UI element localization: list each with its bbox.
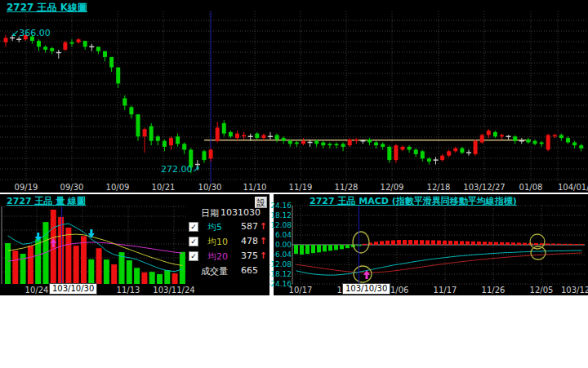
candle-body	[77, 39, 81, 42]
macd-histogram-bar	[305, 245, 310, 254]
candle-body	[447, 151, 451, 155]
candle-body	[460, 149, 464, 153]
up-arrow-marker	[366, 275, 368, 279]
candle-body	[500, 135, 504, 136]
ma-label: 均10	[207, 236, 228, 248]
candle-body	[169, 138, 173, 145]
ma-label: 均20	[207, 251, 228, 263]
settings-button[interactable]: 設	[255, 197, 267, 208]
x-tick-label: 104/01/1	[558, 183, 588, 192]
y-tick-label: -18.12	[268, 270, 292, 278]
date-label: 日期	[201, 207, 219, 219]
macd-histogram-bar	[551, 243, 555, 245]
macd-histogram-bar	[517, 242, 521, 245]
y-tick-label: -6.04	[273, 251, 292, 259]
candle-body	[440, 156, 444, 160]
macd-histogram-bar	[323, 245, 327, 251]
candle-body	[559, 135, 564, 138]
ma-legend-row: ✓均10478↑	[186, 236, 270, 247]
x-tick-label: 12/18	[427, 183, 451, 192]
ma-checkbox[interactable]: ✓	[189, 251, 198, 261]
macd-histogram-bar	[425, 240, 430, 245]
ma-legend-row: ✓均5587↑	[186, 221, 270, 233]
candle-body	[63, 42, 67, 50]
dea-line	[296, 253, 582, 273]
x-tick-label: 11/13	[117, 286, 140, 295]
macd-date-tooltip: 103/10/30	[342, 283, 390, 295]
x-tick-label: 10/30	[198, 183, 222, 192]
candle-body	[321, 143, 325, 146]
volume-bar	[58, 217, 64, 284]
macd-histogram-bar	[340, 245, 344, 249]
up-trend-arrow-icon: ↑	[260, 236, 267, 246]
volume-bar	[134, 268, 140, 284]
candle-body	[203, 151, 207, 160]
candle-body	[216, 127, 220, 140]
volume-title: 2727 王品 量 線圖	[7, 195, 86, 207]
macd-histogram-bar	[380, 241, 384, 245]
macd-histogram-bar	[403, 240, 407, 245]
candle-body	[149, 126, 154, 141]
ma-line	[8, 224, 183, 272]
low-price-value: 272.00	[161, 164, 193, 175]
candle-body	[566, 138, 570, 142]
volume-bar	[88, 259, 94, 284]
candle-body	[540, 143, 544, 144]
macd-histogram-bar	[483, 242, 487, 245]
ma-checkbox[interactable]: ✓	[189, 237, 198, 246]
candle-body	[526, 140, 530, 143]
macd-histogram-bar	[477, 242, 481, 245]
candle-body	[229, 132, 233, 136]
candle-body	[579, 145, 583, 149]
candle-body	[493, 132, 497, 136]
x-tick-label: 11/19	[289, 183, 313, 192]
macd-histogram-bar	[557, 244, 561, 245]
macd-histogram-bar	[420, 240, 424, 245]
x-tick-label: 11/26	[482, 286, 506, 295]
candle-body	[408, 147, 412, 150]
x-tick-label: 12/09	[381, 183, 404, 192]
candle-body	[374, 143, 378, 146]
candle-body	[301, 141, 305, 144]
macd-histogram-bar	[546, 243, 550, 245]
macd-histogram-bar	[460, 241, 464, 245]
up-arrow-marker	[52, 243, 55, 247]
x-tick-label: 11/10	[243, 183, 267, 192]
x-tick-label: 11/17	[434, 286, 457, 295]
volume-bar	[12, 251, 18, 284]
volume-value: 665	[241, 265, 258, 276]
candle-body	[222, 123, 226, 134]
candle-body	[182, 144, 186, 149]
candle-body	[209, 150, 213, 159]
high-price-value: 366.00	[19, 28, 51, 38]
macd-histogram-bar	[385, 241, 390, 245]
ma-label: 均5	[207, 221, 222, 233]
candle-body	[553, 135, 557, 136]
x-tick-label: 01/08	[519, 183, 543, 192]
ma-value: 587	[241, 221, 258, 232]
candle-body	[43, 47, 47, 50]
macd-histogram-bar	[311, 245, 315, 253]
candle-body	[421, 151, 425, 158]
x-tick-label: 10/21	[152, 183, 176, 192]
candle-body	[394, 145, 398, 160]
date-row: 日期 1031030	[186, 207, 270, 219]
x-tick-label: 09/30	[60, 183, 84, 192]
y-tick-label: 12.08	[270, 221, 292, 229]
ma-checkbox[interactable]: ✓	[189, 222, 198, 232]
y-tick-label: 18.12	[270, 211, 292, 219]
y-tick-label: 24.16	[270, 202, 292, 210]
macd-histogram-bar	[511, 242, 515, 245]
volume-chart[interactable]: 10/2411/0411/13103/11/24	[0, 194, 186, 295]
macd-histogram-bar	[568, 244, 572, 245]
x-tick-label: 12/05	[530, 286, 554, 295]
candle-body	[295, 143, 299, 144]
macd-histogram-bar	[523, 243, 527, 245]
kline-chart[interactable]: 09/1909/3010/0910/2110/3011/1011/1911/28…	[0, 0, 588, 193]
candle-body	[314, 141, 318, 144]
candle-body	[368, 140, 372, 143]
macd-histogram-bar	[437, 241, 441, 245]
macd-chart[interactable]: 24.1618.1212.086.040.00-6.04-12.08-18.12…	[274, 194, 588, 295]
down-arrow-marker	[90, 229, 92, 233]
macd-histogram-bar	[391, 240, 395, 245]
